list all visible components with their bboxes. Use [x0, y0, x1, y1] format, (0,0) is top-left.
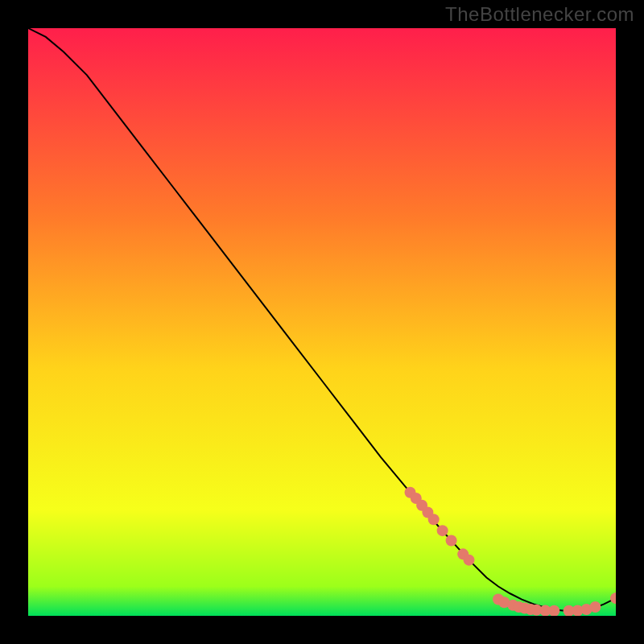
- curve-marker: [428, 514, 440, 525]
- watermark-text: TheBottlenecker.com: [445, 3, 634, 26]
- curve-marker: [446, 535, 457, 547]
- curve-marker: [437, 525, 448, 536]
- curve-marker: [589, 601, 601, 613]
- curve-marker: [464, 555, 475, 566]
- plot-area: [28, 28, 616, 616]
- gradient-background: [28, 28, 616, 616]
- chart-container: TheBottlenecker.com: [0, 0, 644, 644]
- chart-svg: [28, 28, 616, 616]
